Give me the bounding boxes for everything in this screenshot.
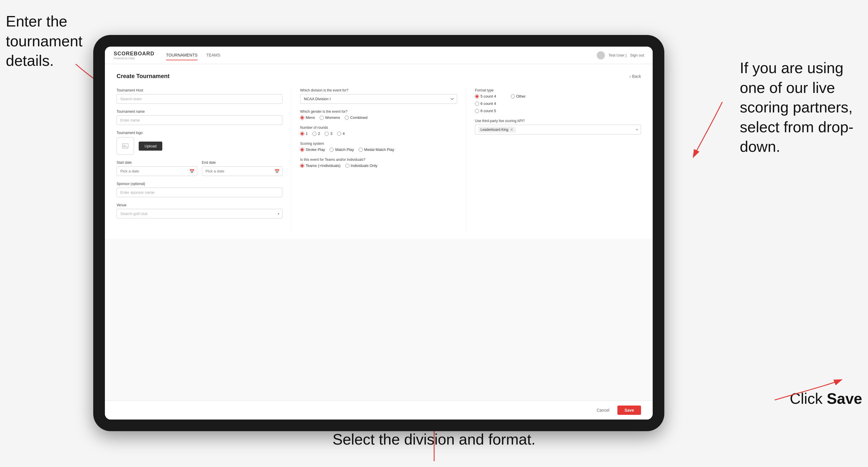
team-radio-group: Teams (+Individuals) Individuals Only	[300, 163, 457, 168]
format-5count4-label: 5 count 4	[480, 94, 496, 98]
round-2[interactable]: 2	[312, 131, 320, 136]
end-date-group: End date 📅	[202, 160, 283, 176]
rounds-radio-group: 1 2 3	[300, 131, 457, 136]
live-scoring-select[interactable]: Leaderboard King ✕ ▾	[475, 125, 641, 134]
tournament-logo-group: Tournament logo Upload	[117, 131, 282, 155]
navbar-brand: SCOREBOARD Powered by Clippi	[114, 51, 154, 60]
end-date-input[interactable]	[202, 166, 283, 176]
format-other-radio[interactable]	[511, 94, 515, 98]
round-1-radio[interactable]	[300, 132, 304, 136]
format-5count4-radio[interactable]	[475, 94, 479, 98]
scoring-label: Scoring system	[300, 142, 457, 146]
gender-combined-radio[interactable]	[345, 116, 349, 120]
format-6count5-radio[interactable]	[475, 109, 479, 113]
form-title: Create Tournament	[117, 73, 169, 80]
tablet-frame: SCOREBOARD Powered by Clippi TOURNAMENTS…	[93, 35, 664, 431]
live-scoring-tag-close[interactable]: ✕	[510, 127, 514, 132]
start-date-wrap: 📅	[117, 166, 197, 176]
round-1[interactable]: 1	[300, 131, 308, 136]
scoring-stroke-label: Stroke Play	[306, 148, 325, 152]
round-2-radio[interactable]	[312, 132, 316, 136]
sponsor-label: Sponsor (optional)	[117, 182, 282, 186]
division-label: Which division is the event for?	[300, 88, 457, 92]
sign-out-link[interactable]: Sign out	[630, 53, 644, 57]
team-group: Is this event for Teams and/or Individua…	[300, 158, 457, 168]
logo-placeholder	[117, 137, 134, 155]
scoring-match-radio[interactable]	[330, 148, 334, 152]
end-date-label: End date	[202, 160, 283, 165]
scoring-medal-label: Medal Match Play	[364, 148, 394, 152]
tournament-name-group: Tournament name	[117, 110, 282, 125]
avatar	[597, 51, 605, 59]
team-individuals-label: Individuals Only	[351, 163, 378, 168]
cancel-button[interactable]: Cancel	[592, 406, 614, 415]
tournament-host-input[interactable]	[117, 94, 282, 104]
save-button[interactable]: Save	[617, 406, 641, 415]
gender-womens[interactable]: Womens	[320, 115, 340, 120]
scoring-medal-radio[interactable]	[359, 148, 363, 152]
round-3[interactable]: 3	[324, 131, 332, 136]
live-scoring-value: Leaderboard King	[480, 128, 508, 132]
format-other[interactable]: Other	[511, 94, 526, 98]
form-col-right: Format type 5 count 4 Other	[466, 88, 641, 230]
venue-input[interactable]	[117, 209, 282, 218]
gender-womens-radio[interactable]	[320, 116, 324, 120]
round-1-label: 1	[306, 131, 308, 136]
team-teams-radio[interactable]	[300, 164, 304, 168]
round-2-label: 2	[318, 131, 320, 136]
round-3-radio[interactable]	[324, 132, 329, 136]
tournament-name-input[interactable]	[117, 115, 282, 125]
gender-radio-group: Mens Womens Combined	[300, 115, 457, 120]
venue-group: Venue ▾	[117, 203, 282, 218]
gender-mens[interactable]: Mens	[300, 115, 315, 120]
navbar: SCOREBOARD Powered by Clippi TOURNAMENTS…	[105, 46, 653, 64]
navbar-tabs: TOURNAMENTS TEAMS	[166, 51, 597, 60]
scoring-match-label: Match Play	[335, 148, 354, 152]
team-individuals[interactable]: Individuals Only	[345, 163, 378, 168]
rounds-label: Number of rounds	[300, 126, 457, 130]
annotation-top-left: Enter the tournament details.	[6, 12, 87, 71]
back-link[interactable]: Back	[629, 74, 641, 79]
end-date-wrap: 📅	[202, 166, 283, 176]
tournament-logo-label: Tournament logo	[117, 131, 282, 135]
team-teams[interactable]: Teams (+Individuals)	[300, 163, 341, 168]
sponsor-input[interactable]	[117, 188, 282, 197]
scoring-stroke[interactable]: Stroke Play	[300, 148, 325, 152]
rounds-group: Number of rounds 1 2	[300, 126, 457, 136]
tab-tournaments[interactable]: TOURNAMENTS	[166, 51, 197, 60]
round-4-radio[interactable]	[337, 132, 341, 136]
format-6count4-radio[interactable]	[475, 102, 479, 106]
live-scoring-group: Use third-party live scoring API? Leader…	[475, 119, 641, 134]
logo-upload-area: Upload	[117, 137, 282, 155]
gender-group: Which gender is the event for? Mens Wome…	[300, 110, 457, 120]
division-select[interactable]: NCAA Division I	[300, 94, 457, 104]
format-row-1: 5 count 4 Other	[475, 94, 641, 98]
live-scoring-dropdown-icon: ▾	[636, 128, 638, 132]
live-scoring-tag: Leaderboard King ✕	[478, 127, 516, 132]
tab-teams[interactable]: TEAMS	[206, 51, 220, 60]
scoring-match[interactable]: Match Play	[330, 148, 354, 152]
format-6count4[interactable]: 6 count 4	[475, 101, 641, 106]
upload-button[interactable]: Upload	[139, 142, 162, 151]
scoring-stroke-radio[interactable]	[300, 148, 304, 152]
gender-womens-label: Womens	[325, 115, 340, 120]
division-group: Which division is the event for? NCAA Di…	[300, 88, 457, 104]
team-label: Is this event for Teams and/or Individua…	[300, 158, 457, 162]
tournament-host-label: Tournament Host	[117, 88, 282, 92]
scoring-medal[interactable]: Medal Match Play	[359, 148, 394, 152]
gender-mens-label: Mens	[306, 115, 315, 120]
gender-mens-radio[interactable]	[300, 116, 304, 120]
gender-combined[interactable]: Combined	[345, 115, 367, 120]
svg-point-5	[124, 145, 125, 146]
round-4-label: 4	[343, 131, 345, 136]
team-individuals-radio[interactable]	[345, 164, 349, 168]
team-teams-label: Teams (+Individuals)	[306, 163, 341, 168]
format-6count5[interactable]: 6 count 5	[475, 109, 641, 113]
main-content: Create Tournament Back Tournament Host T…	[105, 64, 653, 401]
format-6count4-label: 6 count 4	[480, 101, 496, 106]
tablet-screen: SCOREBOARD Powered by Clippi TOURNAMENTS…	[105, 46, 653, 419]
start-date-input[interactable]	[117, 166, 197, 176]
round-4[interactable]: 4	[337, 131, 345, 136]
format-5count4[interactable]: 5 count 4	[475, 94, 496, 98]
format-type-label: Format type	[475, 88, 641, 92]
